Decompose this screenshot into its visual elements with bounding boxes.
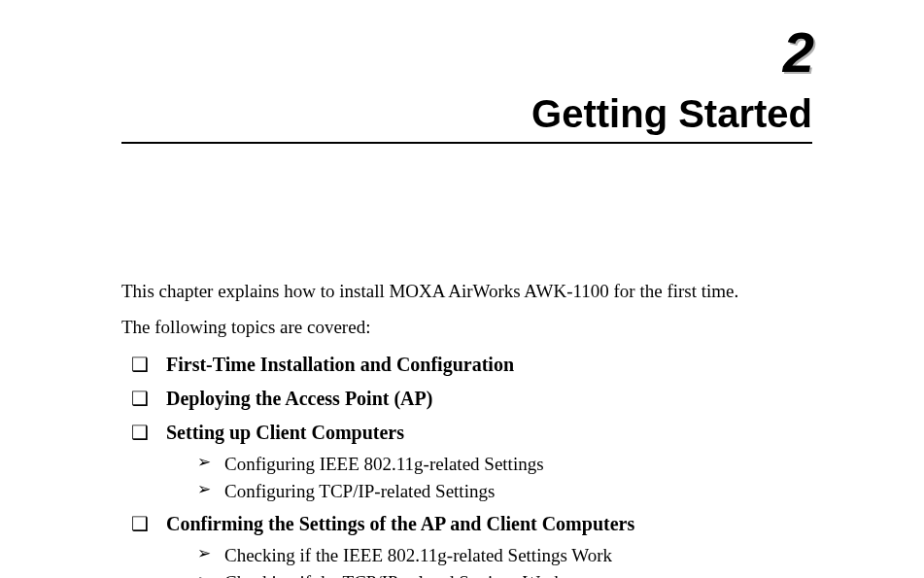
- document-page: 2 Getting Started This chapter explains …: [0, 0, 924, 578]
- sub-topic-label: Configuring IEEE 802.11g-related Setting…: [224, 454, 544, 474]
- topic-label: Confirming the Settings of the AP and Cl…: [166, 513, 634, 534]
- title-underline: [121, 142, 812, 144]
- topic-label: First-Time Installation and Configuratio…: [166, 354, 514, 375]
- topic-item: Setting up Client Computers Configuring …: [131, 419, 812, 504]
- sub-topic-item: Configuring TCP/IP-related Settings: [197, 478, 812, 505]
- sub-topic-label: Checking if the IEEE 802.11g-related Set…: [224, 545, 612, 565]
- sub-topic-list: Checking if the IEEE 802.11g-related Set…: [166, 542, 812, 578]
- intro-paragraph-2: The following topics are covered:: [121, 316, 812, 340]
- sub-topic-list: Configuring IEEE 802.11g-related Setting…: [166, 451, 812, 504]
- sub-topic-item: Configuring IEEE 802.11g-related Setting…: [197, 451, 812, 478]
- topic-item: Confirming the Settings of the AP and Cl…: [131, 510, 812, 578]
- intro-paragraph-1: This chapter explains how to install MOX…: [121, 280, 812, 304]
- topic-label: Deploying the Access Point (AP): [166, 388, 432, 409]
- topic-item: First-Time Installation and Configuratio…: [131, 351, 812, 379]
- sub-topic-label: Checking if the TCP/IP-related Settings …: [224, 572, 564, 578]
- sub-topic-item: Checking if the IEEE 802.11g-related Set…: [197, 542, 812, 569]
- topics-list: First-Time Installation and Configuratio…: [121, 351, 812, 578]
- sub-topic-item: Checking if the TCP/IP-related Settings …: [197, 569, 812, 578]
- sub-topic-label: Configuring TCP/IP-related Settings: [224, 481, 495, 501]
- topic-item: Deploying the Access Point (AP): [131, 385, 812, 413]
- chapter-number: 2: [121, 19, 812, 85]
- topic-label: Setting up Client Computers: [166, 422, 404, 443]
- chapter-title: Getting Started: [121, 92, 812, 142]
